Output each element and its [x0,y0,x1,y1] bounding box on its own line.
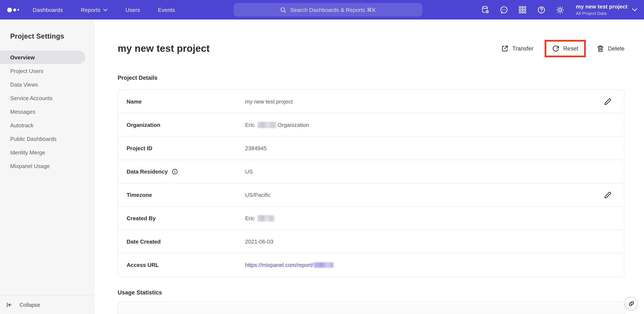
project-switcher-scope: All Project Data [576,10,628,16]
nav-right-cluster: my new test project All Project Data [481,0,644,19]
project-actions: Transfer Reset [501,40,624,57]
sidebar-item-project-users[interactable]: Project Users [0,64,86,78]
detail-row-organization: Organization Eric Organization [118,113,624,137]
chevron-down-icon [104,8,108,11]
edit-name-icon[interactable] [604,98,611,105]
detail-row-date-created: Date Created 2021-06-03 [118,230,624,253]
redacted-text [314,262,334,268]
chevron-down-icon [632,8,637,11]
edit-timezone-icon[interactable] [604,191,611,198]
link-icon [628,300,634,307]
sidebar-item-overview[interactable]: Overview [0,50,86,64]
copy-link-button[interactable] [625,297,638,310]
sidebar-title: Project Settings [10,32,94,40]
search-placeholder: Search Dashboards & Reports ⌘K [290,6,376,13]
detail-row-data-residency: Data Residency US [118,160,624,183]
collapse-icon [6,302,12,308]
detail-row-access-url: Access URL https://mixpanel.com/report/ [118,253,624,277]
project-switcher-name: my new test project [576,4,628,10]
sidebar-item-service-accounts[interactable]: Service Accounts [0,91,86,105]
detail-row-created-by: Created By Eric [118,207,624,230]
nav-item-events[interactable]: Events [158,6,175,13]
name-value: my new test project [245,98,604,105]
project-id-value: 2384945 [245,145,611,151]
sidebar-item-mixpanel-usage[interactable]: Mixpanel Usage [0,159,86,173]
mixpanel-project-settings-page: Dashboards Reports Users Events Search D… [0,0,644,314]
usage-statistics-card [118,302,624,314]
project-details-card: Name my new test project Organization Er… [118,89,624,277]
reset-button[interactable]: Reset [552,45,578,52]
data-residency-value: US [245,168,611,175]
settings-sidebar: Project Settings Overview Project Users … [0,19,94,314]
redacted-text [258,122,277,128]
help-icon[interactable] [537,5,546,14]
sidebar-item-autotrack[interactable]: Autotrack [0,118,86,132]
timezone-value: US/Pacific [245,192,604,198]
top-nav: Dashboards Reports Users Events Search D… [0,0,644,19]
search-input[interactable]: Search Dashboards & Reports ⌘K [234,3,422,16]
project-switcher[interactable]: my new test project All Project Data [576,4,637,16]
collapse-sidebar-button[interactable]: Collapse [0,295,94,314]
transfer-button[interactable]: Transfer [501,45,534,52]
organization-value: Eric Organization [245,122,611,128]
access-url-value: https://mixpanel.com/report/ [245,262,611,268]
detail-row-name: Name my new test project [118,90,624,113]
section-title-project-details: Project Details [118,75,624,81]
nav-item-reports[interactable]: Reports [81,6,108,13]
pencil-icon [604,191,611,198]
feedback-icon[interactable] [499,5,508,14]
detail-row-project-id: Project ID 2384945 [118,137,624,160]
page-title: my new test project [118,43,210,54]
transfer-icon [501,45,508,52]
apps-grid-icon[interactable] [518,5,527,14]
mixpanel-logo[interactable] [0,7,25,12]
search-icon [280,6,286,13]
nav-item-users[interactable]: Users [126,6,140,13]
sidebar-item-public-dashboards[interactable]: Public Dashboards [0,132,86,146]
access-url-link[interactable]: https://mixpanel.com/report/ [245,262,313,268]
detail-row-timezone: Timezone US/Pacific [118,183,624,207]
trash-icon [597,45,604,52]
redacted-text [258,215,275,221]
nav-item-dashboards[interactable]: Dashboards [33,6,63,13]
info-icon[interactable] [172,168,178,175]
reset-icon [552,45,559,52]
sidebar-item-data-views[interactable]: Data Views [0,78,86,91]
date-created-value: 2021-06-03 [245,238,611,245]
settings-gear-icon[interactable] [556,5,564,14]
sidebar-item-identity-merge[interactable]: Identity Merge [0,146,86,159]
data-management-icon[interactable] [481,5,490,14]
section-title-usage-statistics: Usage Statistics [118,289,624,296]
created-by-value: Eric [245,215,611,221]
pencil-icon [604,98,611,105]
delete-button[interactable]: Delete [597,45,624,52]
sidebar-item-messages[interactable]: Messages [0,105,86,118]
main-content: my new test project Transfer [94,19,644,314]
annotation-highlight: Reset [544,40,586,57]
nav-links: Dashboards Reports Users Events [33,6,175,13]
